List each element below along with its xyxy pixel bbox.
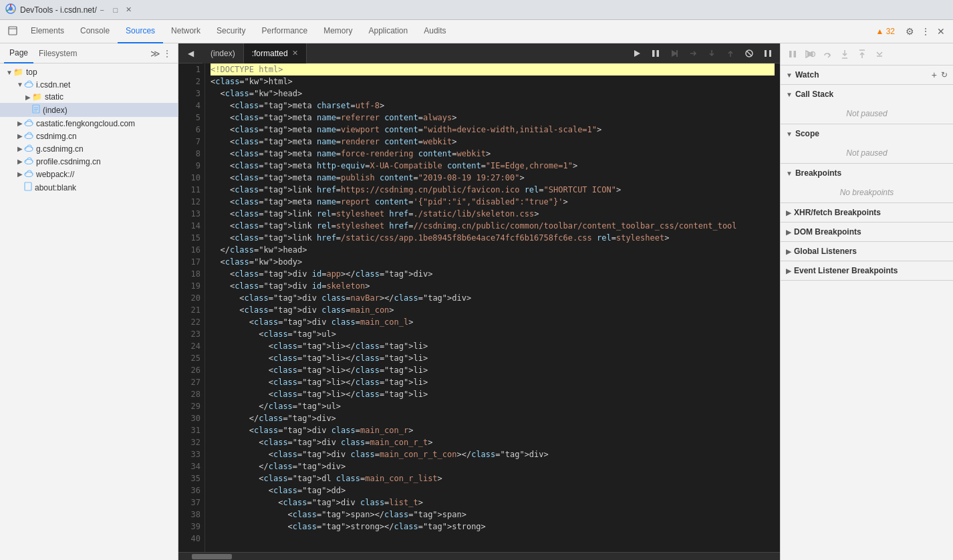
tree-item-top[interactable]: ▼ 📁 top <box>0 66 178 78</box>
debug-step-out-btn[interactable] <box>854 46 870 62</box>
debug-step-over-btn[interactable] <box>819 46 835 62</box>
breakpoints-content: No breakpoints <box>781 182 953 202</box>
nav-tab-security[interactable]: Security <box>209 20 253 43</box>
pause-btn[interactable] <box>648 45 664 61</box>
more-icon[interactable]: ⋮ <box>918 26 933 37</box>
line-numbers: 1234567891011121314151617181920212223242… <box>178 63 205 552</box>
section-header-xhr[interactable]: ▶ XHR/fetch Breakpoints <box>781 203 953 222</box>
tab-filesystem[interactable]: Filesystem <box>33 43 82 63</box>
step-out-btn[interactable] <box>722 45 738 61</box>
minimize-button[interactable]: − <box>97 5 108 15</box>
nav-tab-elements[interactable] <box>3 20 23 43</box>
nav-tab-application[interactable]: Application <box>361 20 416 43</box>
section-header-breakpoints[interactable]: ▼ Breakpoints <box>781 164 953 182</box>
nav-tab-sources[interactable]: Sources <box>118 20 163 43</box>
line-number: 24 <box>184 340 200 352</box>
code-line: <class="tag">meta name=renderer content=… <box>211 136 775 148</box>
svg-line-26 <box>746 51 752 56</box>
cloud-icon-webpack <box>24 169 33 179</box>
code-line: <class="tag">div class=main_con_r_t> <box>211 436 775 448</box>
section-header-callstack[interactable]: ▼ Call Stack <box>781 85 953 104</box>
line-number: 5 <box>184 112 200 124</box>
settings-icon[interactable]: ⚙ <box>903 26 917 37</box>
debug-pause-btn[interactable] <box>785 46 801 62</box>
file-tree: ▼ 📁 top ▼ i.csdn.net ▶ 📁 static <box>0 63 178 560</box>
section-label-global: Global Listeners <box>794 247 857 256</box>
section-dom: ▶ DOM Breakpoints <box>781 223 953 242</box>
editor-tab-index[interactable]: (index) <box>202 43 244 63</box>
section-label-callstack: Call Stack <box>795 90 833 99</box>
debug-toolbar <box>781 43 953 65</box>
code-scrollbar-thumb[interactable] <box>192 554 232 559</box>
nav-tab-performance[interactable]: Performance <box>253 20 315 43</box>
code-content[interactable]: <!DOCTYPE html><class="kw">html> <class=… <box>205 63 780 552</box>
tree-label-csdnimg: csdnimg.cn <box>36 132 77 141</box>
line-number: 6 <box>184 124 200 136</box>
editor-tab-formatted[interactable]: :formatted ✕ <box>244 43 307 63</box>
section-header-watch[interactable]: ▼ Watch + ↻ <box>781 65 953 84</box>
line-number: 2 <box>184 76 200 88</box>
tree-item-index[interactable]: ▶ (index) <box>0 103 178 117</box>
tree-item-gcsdnimg[interactable]: ▶ g.csdnimg.cn <box>0 142 178 155</box>
file-icon-index <box>32 104 40 116</box>
right-panel: ▼ Watch + ↻ ▼ Call Stack Not paused ▼ Sc… <box>780 43 953 560</box>
line-number: 32 <box>184 436 200 448</box>
tree-item-webpack[interactable]: ▶ webpack:// <box>0 168 178 180</box>
line-number: 40 <box>184 533 200 545</box>
pause-exceptions-btn[interactable] <box>760 45 776 61</box>
tree-item-profile[interactable]: ▶ profile.csdnimg.cn <box>0 155 178 168</box>
nav-tab-console[interactable]: Console <box>72 20 118 43</box>
line-number: 26 <box>184 364 200 376</box>
debug-step-into-btn[interactable] <box>837 46 853 62</box>
editor-nav-back[interactable]: ◀ <box>182 45 198 61</box>
watch-refresh-btn[interactable]: ↻ <box>941 70 948 80</box>
step-into-btn[interactable] <box>704 45 720 61</box>
line-number: 37 <box>184 497 200 509</box>
svg-rect-5 <box>9 27 17 35</box>
line-number: 19 <box>184 280 200 292</box>
section-header-dom[interactable]: ▶ DOM Breakpoints <box>781 223 953 241</box>
close-button[interactable]: ✕ <box>124 5 134 15</box>
section-header-event[interactable]: ▶ Event Listener Breakpoints <box>781 261 953 280</box>
tree-item-castatic[interactable]: ▶ castatic.fengkongcloud.com <box>0 117 178 130</box>
panel-tab-dots[interactable]: ⋮ <box>160 49 174 58</box>
line-number: 3 <box>184 88 200 100</box>
tree-item-about[interactable]: ▶ about:blank <box>0 180 178 194</box>
section-label-watch: Watch <box>795 70 819 80</box>
tree-label-static: static <box>45 92 63 102</box>
nav-tab-audits[interactable]: Audits <box>416 20 454 43</box>
tree-item-icsdn[interactable]: ▼ i.csdn.net <box>0 78 178 91</box>
code-line: <class="tag">dl class=main_con_r_list> <box>211 472 775 484</box>
section-arrow-xhr: ▶ <box>786 209 791 217</box>
line-number: 1 <box>184 63 200 76</box>
maximize-button[interactable]: □ <box>110 5 121 15</box>
debug-step-btn[interactable] <box>871 46 888 62</box>
titlebar: DevTools - i.csdn.net/ − □ ✕ <box>0 0 953 20</box>
section-header-global[interactable]: ▶ Global Listeners <box>781 242 953 261</box>
close-devtools-icon[interactable]: ✕ <box>934 26 948 37</box>
code-scrollbar[interactable] <box>178 552 780 560</box>
section-arrow-global: ▶ <box>786 248 791 255</box>
nav-tab-network[interactable]: Network <box>163 20 209 43</box>
code-line: <class="kw">body> <box>211 256 775 268</box>
step-over-btn[interactable] <box>685 45 701 61</box>
tree-item-static[interactable]: ▶ 📁 static <box>0 91 178 103</box>
titlebar-title: DevTools - i.csdn.net/ <box>20 5 97 15</box>
debug-resume-btn[interactable] <box>802 46 818 62</box>
deactivate-breakpoints-btn[interactable] <box>741 45 757 61</box>
editor-tab-close[interactable]: ✕ <box>292 49 298 57</box>
resume-btn[interactable] <box>666 45 682 61</box>
svg-rect-22 <box>676 50 678 57</box>
tab-more-icon[interactable]: ≫ <box>150 48 160 59</box>
watch-add-btn[interactable]: + <box>932 69 937 80</box>
tree-label-castatic: castatic.fengkongcloud.com <box>36 119 135 128</box>
nav-tab-elements-label[interactable]: Elements <box>23 20 72 43</box>
tab-page[interactable]: Page <box>4 43 33 63</box>
code-line: <class="tag">div class=main_con> <box>211 304 775 316</box>
line-number: 9 <box>184 160 200 172</box>
tree-item-csdnimg[interactable]: ▶ csdnimg.cn <box>0 130 178 142</box>
run-snippet-btn[interactable] <box>629 45 645 61</box>
code-area[interactable]: 1234567891011121314151617181920212223242… <box>178 63 780 552</box>
nav-tab-memory[interactable]: Memory <box>315 20 360 43</box>
section-header-scope[interactable]: ▼ Scope <box>781 124 953 143</box>
